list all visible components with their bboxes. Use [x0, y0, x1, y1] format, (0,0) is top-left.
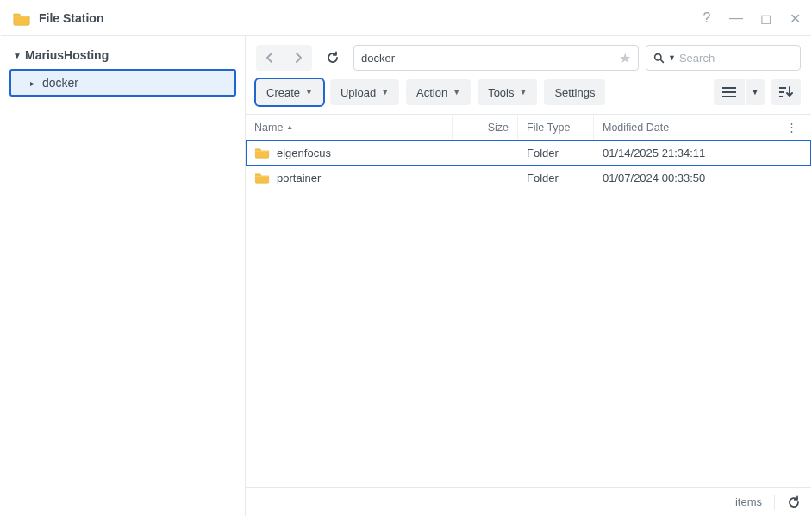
file-modified: 01/14/2025 21:34:11 — [594, 146, 806, 159]
file-type: Folder — [518, 146, 594, 159]
tree-root-label: MariusHosting — [25, 48, 109, 62]
reload-button[interactable] — [319, 45, 347, 71]
favorite-star-icon[interactable]: ★ — [619, 50, 631, 66]
statusbar: items — [246, 487, 811, 516]
svg-line-1 — [660, 59, 663, 62]
file-table: Name ▲ Size File Type Modified Date ⋮ ei… — [246, 114, 811, 487]
statusbar-reload-button[interactable] — [787, 495, 801, 509]
action-button[interactable]: Action ▼ — [406, 79, 471, 105]
close-icon[interactable]: ✕ — [787, 10, 803, 27]
table-row[interactable]: portainerFolder01/07/2024 00:33:50 — [246, 165, 811, 190]
column-header-type[interactable]: File Type — [518, 115, 594, 140]
sidebar-item-label: docker — [42, 76, 78, 90]
sort-button[interactable] — [771, 79, 801, 105]
tools-button[interactable]: Tools ▼ — [478, 79, 537, 105]
titlebar: File Station ? — ◻ ✕ — [1, 1, 811, 35]
minimize-icon[interactable]: — — [728, 10, 744, 26]
sidebar: ▼ MariusHosting ▸ docker — [1, 36, 246, 516]
column-header-size[interactable]: Size — [453, 115, 518, 140]
view-mode-group: ▼ — [714, 79, 765, 105]
table-body: eigenfocusFolder01/14/2025 21:34:11porta… — [246, 140, 811, 487]
statusbar-items-label: items — [735, 495, 762, 508]
content-panel: docker ★ ▼ Create ▼ Upload — [246, 36, 811, 516]
app-folder-icon — [13, 9, 30, 27]
file-name: eigenfocus — [277, 146, 331, 159]
search-input[interactable] — [679, 52, 812, 65]
svg-rect-2 — [722, 87, 736, 89]
upload-button-label: Upload — [340, 86, 376, 99]
main-area: ▼ MariusHosting ▸ docker — [1, 35, 811, 516]
settings-button-label: Settings — [554, 86, 595, 99]
caret-down-icon: ▼ — [381, 88, 389, 97]
action-toolbar: Create ▼ Upload ▼ Action ▼ Tools ▼ Setti… — [246, 76, 811, 114]
create-button-label: Create — [266, 86, 300, 99]
caret-down-icon: ▼ — [453, 88, 460, 97]
breadcrumb-text: docker — [361, 52, 619, 65]
folder-icon — [254, 171, 270, 184]
caret-down-icon: ▼ — [520, 88, 528, 97]
file-type: Folder — [518, 171, 594, 184]
top-toolbar: docker ★ ▼ — [246, 36, 811, 76]
view-mode-caret[interactable]: ▼ — [746, 79, 765, 105]
nav-back-button[interactable] — [256, 45, 284, 71]
table-header: Name ▲ Size File Type Modified Date ⋮ — [246, 115, 811, 140]
svg-rect-7 — [779, 96, 783, 97]
file-modified: 01/07/2024 00:33:50 — [594, 171, 806, 184]
settings-button[interactable]: Settings — [544, 79, 605, 105]
file-name: portainer — [277, 171, 321, 184]
search-options-caret-icon[interactable]: ▼ — [668, 53, 676, 62]
app-title: File Station — [39, 11, 699, 25]
svg-rect-5 — [779, 87, 786, 89]
caret-down-icon: ▼ — [305, 88, 313, 97]
table-row[interactable]: eigenfocusFolder01/14/2025 21:34:11 — [246, 140, 811, 165]
upload-button[interactable]: Upload ▼ — [330, 79, 399, 105]
column-header-name[interactable]: Name ▲ — [246, 115, 453, 140]
breadcrumb-path[interactable]: docker ★ — [353, 45, 639, 71]
statusbar-divider — [774, 495, 775, 510]
svg-rect-6 — [779, 91, 784, 93]
search-icon — [653, 53, 665, 64]
nav-group — [256, 45, 312, 71]
view-list-button[interactable] — [714, 79, 745, 105]
column-header-modified[interactable]: Modified Date — [594, 115, 778, 140]
maximize-icon[interactable]: ◻ — [758, 10, 773, 27]
svg-rect-3 — [722, 91, 736, 93]
file-station-window: File Station ? — ◻ ✕ ▼ MariusHosting ▸ d… — [0, 0, 812, 517]
help-icon[interactable]: ? — [699, 10, 715, 26]
column-menu-icon[interactable]: ⋮ — [778, 115, 806, 140]
action-button-label: Action — [416, 86, 447, 99]
chevron-down-icon: ▼ — [13, 51, 22, 60]
tree-root[interactable]: ▼ MariusHosting — [1, 45, 245, 65]
sort-asc-icon: ▲ — [286, 123, 293, 131]
folder-icon — [254, 146, 270, 159]
search-box[interactable]: ▼ — [646, 45, 801, 71]
window-controls: ? — ◻ ✕ — [699, 10, 803, 27]
tools-button-label: Tools — [488, 86, 514, 99]
svg-rect-4 — [722, 96, 736, 97]
create-button[interactable]: Create ▼ — [256, 79, 323, 105]
sidebar-item-docker[interactable]: ▸ docker — [9, 69, 236, 97]
nav-forward-button[interactable] — [284, 45, 312, 71]
chevron-right-icon: ▸ — [30, 78, 39, 88]
